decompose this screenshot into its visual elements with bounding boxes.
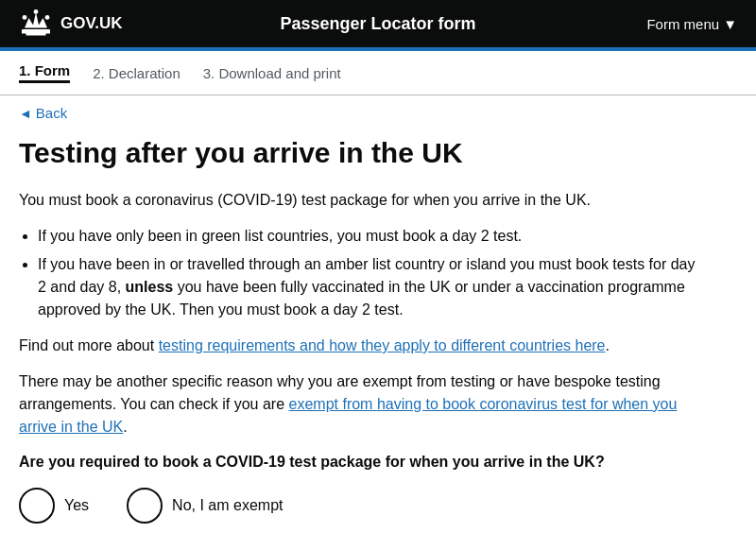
find-out-paragraph: Find out more about testing requirements… [19,335,699,357]
bullets-list: If you have only been in green list coun… [38,225,699,321]
radio-no-option[interactable]: No, I am exempt [127,488,283,524]
svg-marker-1 [25,12,47,28]
radio-yes-circle[interactable] [19,488,55,524]
radio-yes-label: Yes [64,497,89,514]
steps-navigation: 1. Form 2. Declaration 3. Download and p… [0,51,756,95]
gov-uk-logo: GOV.UK [19,9,123,38]
back-arrow-icon: ◄ [19,106,32,121]
radio-group: Yes No, I am exempt [19,488,699,524]
intro-paragraph: You must book a coronavirus (COVID-19) t… [19,189,699,212]
bullet-item-2: If you have been in or travelled through… [38,253,699,321]
svg-rect-5 [26,33,46,36]
back-link-label: Back [36,105,67,121]
testing-requirements-link[interactable]: testing requirements and how they apply … [159,337,606,353]
step-form[interactable]: 1. Form [19,62,70,83]
radio-no-label: No, I am exempt [172,497,283,514]
find-out-text-after: . [606,337,610,353]
svg-point-2 [23,15,27,20]
step-download[interactable]: 3. Download and print [203,65,341,81]
radio-no-circle[interactable] [127,488,163,524]
svg-point-4 [45,15,50,20]
svg-point-3 [34,9,39,14]
step-declaration[interactable]: 2. Declaration [93,65,180,81]
bullet-item-1: If you have only been in green list coun… [38,225,699,248]
exempt-text-after: . [123,419,127,435]
crown-icon [19,9,53,38]
unless-bold: unless [126,279,174,295]
question-label: Are you required to book a COVID-19 test… [19,452,699,473]
back-link[interactable]: ◄ Back [19,105,737,121]
form-menu-label: Form menu [646,16,719,32]
header-title: Passenger Locator form [280,14,475,34]
chevron-down-icon: ▼ [723,16,737,32]
header: GOV.UK Passenger Locator form Form menu … [0,0,756,47]
find-out-text-before: Find out more about [19,337,159,353]
radio-yes-option[interactable]: Yes [19,488,89,524]
exempt-paragraph: There may be another specific reason why… [19,370,699,438]
gov-uk-text: GOV.UK [60,14,123,33]
form-menu-button[interactable]: Form menu ▼ [646,16,737,32]
main-content: Testing after you arrive in the UK You m… [0,127,718,533]
page-heading: Testing after you arrive in the UK [19,136,699,170]
back-link-container: ◄ Back [0,95,756,127]
